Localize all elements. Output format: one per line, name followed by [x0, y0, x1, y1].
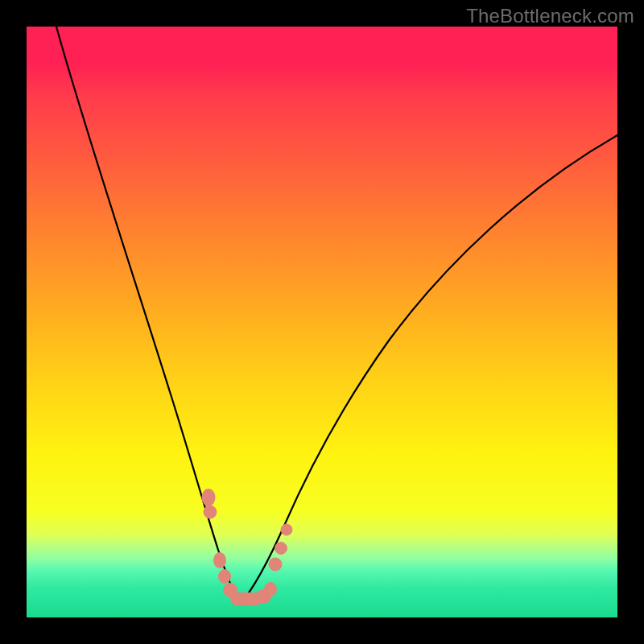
- marker-dot: [275, 543, 287, 555]
- chart-svg: [27, 27, 617, 617]
- plot-area: [27, 27, 617, 617]
- marker-group: [202, 489, 293, 605]
- marker-dot: [264, 582, 277, 597]
- marker-dot: [281, 524, 292, 535]
- marker-dot: [269, 558, 282, 571]
- marker-dot: [202, 489, 216, 506]
- marker-dot: [218, 569, 231, 584]
- marker-dot: [213, 552, 226, 568]
- curve-right: [240, 135, 617, 605]
- marker-dot: [204, 506, 217, 518]
- watermark-text: TheBottleneck.com: [466, 5, 634, 27]
- chart-frame: TheBottleneck.com: [0, 0, 644, 644]
